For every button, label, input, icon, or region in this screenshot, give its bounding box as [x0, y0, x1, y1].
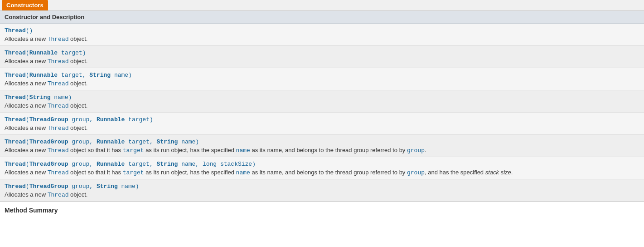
constructor-table: Constructor and Description Thread() All… — [0, 11, 644, 202]
constructor-signature[interactable]: Thread(ThreadGroup group, Runnable targe… — [5, 138, 639, 145]
table-row: Thread() Allocates a new Thread object. — [0, 24, 644, 46]
constructor-description: Allocates a new Thread object so that it… — [5, 147, 639, 154]
constructor-signature[interactable]: Thread(Runnable target, String name) — [5, 72, 639, 79]
constructor-signature[interactable]: Thread(ThreadGroup group, String name) — [5, 183, 639, 190]
method-name: Thread — [5, 27, 26, 34]
tab-bar: Constructors — [0, 0, 644, 11]
constructor-description: Allocates a new Thread object. — [5, 35, 639, 43]
table-header: Constructor and Description — [0, 11, 644, 24]
constructor-signature[interactable]: Thread(ThreadGroup group, Runnable targe… — [5, 116, 639, 123]
constructor-signature[interactable]: Thread(ThreadGroup group, Runnable targe… — [5, 161, 639, 168]
constructor-description: Allocates a new Thread object. — [5, 102, 639, 109]
table-row: Thread(String name) Allocates a new Thre… — [0, 90, 644, 113]
table-row: Thread(ThreadGroup group, Runnable targe… — [0, 113, 644, 135]
table-row: Thread(ThreadGroup group, Runnable targe… — [0, 135, 644, 157]
constructor-description: Allocates a new Thread object. — [5, 80, 639, 87]
constructor-description: Allocates a new Thread object. — [5, 124, 639, 132]
constructor-description: Allocates a new Thread object. — [5, 191, 639, 198]
constructor-description: Allocates a new Thread object. — [5, 58, 639, 65]
table-row: Thread(ThreadGroup group, Runnable targe… — [0, 157, 644, 179]
constructors-tab[interactable]: Constructors — [2, 0, 48, 10]
table-row: Thread(ThreadGroup group, String name) A… — [0, 179, 644, 202]
constructor-signature[interactable]: Thread(String name) — [5, 94, 639, 101]
table-row: Thread(Runnable target, String name) All… — [0, 68, 644, 90]
inline-code: Thread — [48, 36, 69, 43]
table-row: Thread(Runnable target) Allocates a new … — [0, 46, 644, 68]
method-summary-section: Method Summary — [0, 202, 644, 216]
italic-text: stack size — [485, 169, 511, 176]
constructor-signature[interactable]: Thread(Runnable target) — [5, 49, 639, 56]
constructor-signature[interactable]: Thread() — [5, 27, 639, 34]
constructor-description: Allocates a new Thread object so that it… — [5, 169, 639, 176]
